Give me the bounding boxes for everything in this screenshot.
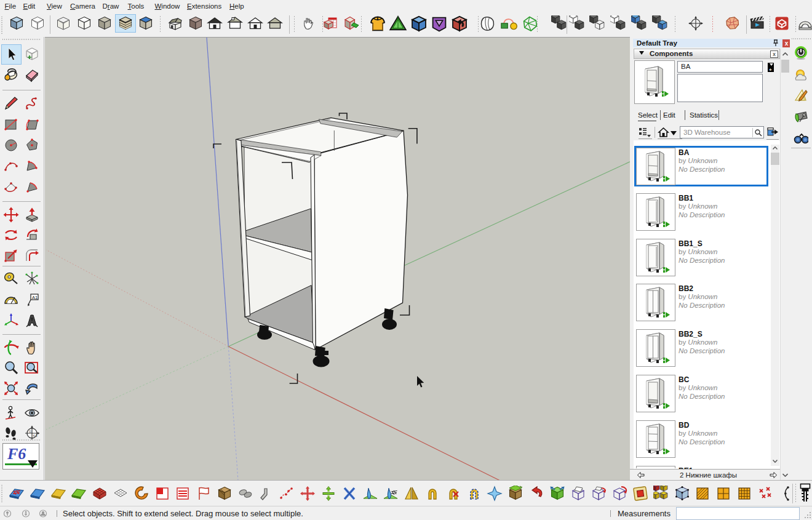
svg-text:A1: A1	[32, 295, 38, 300]
svg-text:4.0: 4.0	[33, 434, 38, 438]
svg-text:G: G	[29, 430, 31, 433]
